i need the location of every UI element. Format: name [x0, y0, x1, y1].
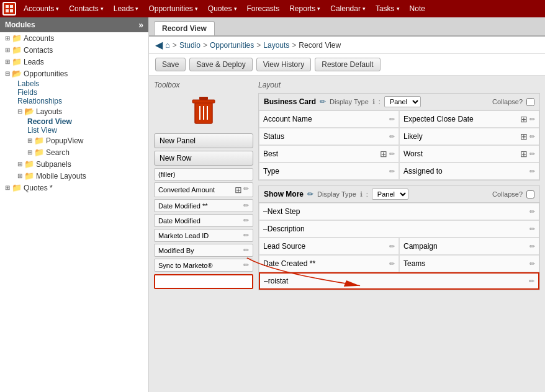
- cell-date-created[interactable]: Date Created ** ✏: [259, 255, 399, 272]
- sidebar-item-mobile-layouts[interactable]: ⊞ 📁 Mobile Layouts: [0, 170, 148, 182]
- sidebar-item-fields[interactable]: Fields: [0, 88, 148, 97]
- new-row-button[interactable]: New Row: [154, 151, 253, 166]
- edit-icon[interactable]: ✏: [243, 202, 249, 210]
- panels-container: Toolbox New Panel New Row: [149, 76, 545, 300]
- app-logo[interactable]: [2, 2, 16, 16]
- edit-icon[interactable]: ✏: [243, 185, 249, 195]
- edit-icon[interactable]: ✏: [529, 150, 535, 158]
- edit-icon[interactable]: ✏: [389, 167, 395, 176]
- toolbox-modified-by-field[interactable]: Modified By ✏: [154, 244, 253, 257]
- edit-icon[interactable]: ✏: [529, 115, 535, 123]
- cell-best[interactable]: Best ⊞ ✏: [259, 145, 399, 163]
- business-card-grid: Account Name ✏ Expected Close Date ⊞ ✏: [259, 110, 539, 180]
- nav-item-quotes[interactable]: Quotes ▾: [203, 0, 242, 17]
- sidebar-item-popup-view[interactable]: ⊞ 📁 PopupView: [0, 135, 148, 146]
- nav-item-tasks[interactable]: Tasks ▾: [371, 0, 405, 17]
- sidebar-item-list-view[interactable]: List View: [0, 126, 148, 135]
- breadcrumb-layouts[interactable]: Layouts: [263, 41, 289, 50]
- info-icon[interactable]: ℹ: [360, 190, 363, 198]
- edit-icon[interactable]: ✏: [243, 216, 249, 225]
- sidebar-item-record-view[interactable]: Record View: [0, 117, 148, 126]
- cell-teams[interactable]: Teams ✏: [399, 255, 539, 272]
- sidebar-item-leads[interactable]: ⊞ 📁 Leads: [0, 56, 148, 68]
- cell-next-step[interactable]: –Next Step ✏: [259, 203, 539, 220]
- cell-description[interactable]: –Description ✏: [259, 220, 539, 238]
- folder-icon: 📁: [34, 148, 44, 157]
- sidebar-item-subpanels[interactable]: ⊞ 📁 Subpanels: [0, 158, 148, 170]
- cell-account-name[interactable]: Account Name ✏: [259, 110, 399, 128]
- sidebar-item-accounts[interactable]: ⊞ 📁 Accounts: [0, 32, 148, 44]
- sidebar-item-labels[interactable]: Labels: [0, 79, 148, 88]
- cell-assigned-to[interactable]: Assigned to ✏: [399, 163, 539, 180]
- business-card-edit-icon[interactable]: ✏: [320, 97, 326, 106]
- sidebar-item-quotes[interactable]: ⊞ 📁 Quotes *: [0, 182, 148, 194]
- breadcrumb-opportunities[interactable]: Opportunities: [210, 41, 254, 50]
- plus-icon[interactable]: ⊞: [520, 114, 528, 124]
- edit-icon[interactable]: ✏: [529, 167, 535, 176]
- edit-icon[interactable]: ✏: [529, 208, 535, 216]
- plus-icon[interactable]: ⊞: [380, 149, 387, 159]
- sidebar-item-opportunities[interactable]: ⊟ 📂 Opportunities: [0, 68, 148, 79]
- plus-icon[interactable]: ⊞: [520, 131, 528, 141]
- sidebar-collapse-icon[interactable]: »: [138, 20, 143, 30]
- breadcrumb-studio[interactable]: Studio: [179, 41, 200, 50]
- collapse-checkbox[interactable]: [526, 98, 534, 106]
- toolbox-date-modified-field[interactable]: Date Modified ✏: [154, 214, 253, 227]
- sidebar-item-search[interactable]: ⊞ 📁 Search: [0, 146, 148, 158]
- edit-icon[interactable]: ✏: [389, 243, 395, 251]
- show-more-display-select[interactable]: Panel: [372, 189, 408, 200]
- edit-icon[interactable]: ✏: [529, 277, 534, 285]
- nav-item-reports[interactable]: Reports ▾: [284, 0, 325, 17]
- edit-icon[interactable]: ✏: [529, 243, 535, 251]
- edit-icon[interactable]: ✏: [529, 260, 535, 268]
- toolbox-converted-amount-field[interactable]: Converted Amount ⊞ ✏: [154, 182, 253, 197]
- show-more-edit-icon[interactable]: ✏: [307, 190, 313, 198]
- sidebar-item-layouts[interactable]: ⊟ 📂 Layouts: [0, 105, 148, 117]
- toolbox-sync-marketo-field[interactable]: Sync to Marketo® ✏: [154, 259, 253, 272]
- save-deploy-button[interactable]: Save & Deploy: [189, 58, 252, 71]
- info-icon[interactable]: ℹ: [372, 98, 375, 106]
- display-type-select[interactable]: Panel: [384, 96, 421, 107]
- nav-item-leads[interactable]: Leads ▾: [109, 0, 144, 17]
- cell-likely[interactable]: Likely ⊞ ✏: [399, 128, 539, 145]
- sidebar-item-relationships[interactable]: Relationships: [0, 97, 148, 105]
- nav-item-contacts[interactable]: Contacts ▾: [64, 0, 108, 17]
- cell-lead-source[interactable]: Lead Source ✏: [259, 238, 399, 255]
- edit-icon[interactable]: ✏: [389, 133, 395, 141]
- restore-default-button[interactable]: Restore Default: [315, 58, 380, 71]
- tab-record-view[interactable]: Record View: [154, 21, 215, 35]
- nav-item-calendar[interactable]: Calendar ▾: [325, 0, 371, 17]
- toolbox-filler-field[interactable]: (filler): [154, 168, 253, 180]
- edit-icon[interactable]: ✏: [389, 115, 395, 123]
- cell-status[interactable]: Status ✏: [259, 128, 399, 145]
- toolbox-drop-target[interactable]: [154, 274, 253, 289]
- edit-icon[interactable]: ✏: [243, 246, 249, 254]
- toolbox-date-modified-star-field[interactable]: Date Modified ** ✏: [154, 199, 253, 212]
- expand-icon: ⊞: [5, 35, 10, 42]
- edit-icon[interactable]: ✏: [243, 231, 249, 239]
- view-history-button[interactable]: View History: [256, 58, 311, 71]
- breadcrumb-home[interactable]: ⌂: [165, 40, 170, 50]
- nav-item-note[interactable]: Note: [405, 0, 430, 17]
- cell-roistat[interactable]: –roistat ✏: [259, 272, 539, 290]
- nav-item-accounts[interactable]: Accounts ▾: [19, 0, 64, 17]
- cell-campaign[interactable]: Campaign ✏: [399, 238, 539, 255]
- toolbox-marketo-lead-id-field[interactable]: Marketo Lead ID ✏: [154, 229, 253, 242]
- edit-icon[interactable]: ✏: [529, 225, 535, 233]
- breadcrumb-back[interactable]: ◀: [155, 39, 163, 51]
- show-more-collapse-checkbox[interactable]: [526, 190, 534, 198]
- cell-expected-close-date[interactable]: Expected Close Date ⊞ ✏: [399, 110, 539, 128]
- save-button[interactable]: Save: [155, 58, 186, 71]
- nav-item-opportunities[interactable]: Opportunities ▾: [143, 0, 202, 17]
- plus-icon[interactable]: ⊞: [520, 149, 528, 159]
- edit-icon[interactable]: ✏: [389, 260, 395, 268]
- edit-icon[interactable]: ✏: [243, 261, 249, 269]
- nav-item-forecasts[interactable]: Forecasts: [242, 0, 285, 17]
- cell-worst[interactable]: Worst ⊞ ✏: [399, 145, 539, 163]
- sidebar-item-contacts[interactable]: ⊞ 📁 Contacts: [0, 44, 148, 56]
- edit-icon[interactable]: ✏: [529, 133, 535, 141]
- plus-icon[interactable]: ⊞: [235, 185, 242, 195]
- edit-icon[interactable]: ✏: [389, 150, 395, 158]
- new-panel-button[interactable]: New Panel: [154, 133, 253, 148]
- cell-type[interactable]: Type ✏: [259, 163, 399, 180]
